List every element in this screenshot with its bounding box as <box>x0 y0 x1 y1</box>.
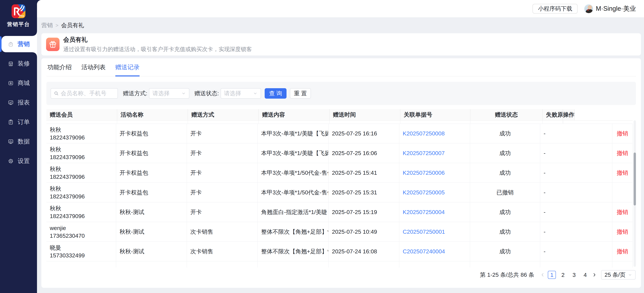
content-cell: 本甲3次-单项*1/美睫【飞扬款... <box>258 143 328 163</box>
tab[interactable]: 赠送记录 <box>115 63 140 76</box>
method-cell: 开卡 <box>187 124 258 143</box>
table-header-cell: 活动名称 <box>117 109 188 120</box>
order-link[interactable]: K202507250008 <box>403 130 445 137</box>
page-button[interactable]: 4 <box>581 271 589 279</box>
main-inner: 小程序码下载 M·Single·美业 营销 > 会员有礼 <box>37 0 644 293</box>
order-link[interactable]: K202507250006 <box>403 170 445 176</box>
content-cell: 整体不限次【角翘+足部】*1/... <box>258 242 328 261</box>
topbar: 小程序码下载 M·Single·美业 <box>37 0 644 17</box>
action-cell: 撤销 <box>612 163 633 182</box>
order-link[interactable]: C202507240004 <box>403 248 445 255</box>
method-cell: 开卡 <box>187 163 258 182</box>
brand-logo-icon: Pro <box>12 4 26 18</box>
method-filter-label: 赠送方式: <box>123 89 147 97</box>
breadcrumb-parent[interactable]: 营销 <box>41 21 53 29</box>
banner-description: 通过设置有吸引力的赠送活动，吸引客户开卡充值或购买次卡，实现深度锁客 <box>63 45 252 53</box>
sidebar-item-label: 订单 <box>18 118 30 126</box>
page-button[interactable]: 1 <box>548 271 556 279</box>
chevron-left-icon <box>540 272 545 278</box>
table-row: 秋秋 18224379096 秋秋-测试 开卡 角翘蛋白-指定激活*1/美睫【.… <box>46 202 633 222</box>
page-button[interactable]: 3 <box>570 271 578 279</box>
time-cell: 2025-07-25 16:06 <box>328 143 399 163</box>
member-name: 晓曼 <box>50 244 61 252</box>
member-phone: 18224379096 <box>50 134 85 141</box>
prev-page-button[interactable] <box>539 271 546 279</box>
table-body: 秋秋 18224379096 开卡权益包 开卡 本甲3次-单项*1/美睫【飞扬款… <box>46 121 636 268</box>
revoke-link[interactable]: 撤销 <box>617 248 628 255</box>
search-button[interactable]: 查 询 <box>265 88 286 99</box>
revoke-link[interactable]: 撤销 <box>617 130 628 137</box>
member-phone: 18224379096 <box>50 212 85 220</box>
username[interactable]: M·Single·美业 <box>596 4 636 13</box>
page-button[interactable]: 2 <box>559 271 567 279</box>
order-link[interactable]: K202507250004 <box>403 209 445 215</box>
sidebar-item[interactable]: 设置 <box>0 153 37 169</box>
page-buttons: 1234 <box>546 271 591 279</box>
fail-reason-cell: - <box>540 202 612 222</box>
table-row: 秋秋 18224379096 开卡权益包 开卡 本甲3次-单项*1/美睫【飞扬款… <box>46 124 633 143</box>
sidebar-item[interactable]: 数据 <box>0 133 37 150</box>
activity-cell: 开卡权益包 <box>116 163 187 182</box>
main-area: 小程序码下载 M·Single·美业 营销 > 会员有礼 <box>37 0 644 293</box>
page-size-select[interactable]: 25 条/页 <box>601 270 636 280</box>
action-cell: 撤销 <box>612 222 633 242</box>
main-card: 功能介绍活动列表赠送记录 会员名称、手机号 赠送方式: 请选择 <box>41 58 641 288</box>
method-select[interactable]: 请选择 <box>149 88 189 99</box>
member-cell: 秋秋 18224379096 <box>46 143 116 163</box>
miniprogram-download-button[interactable]: 小程序码下载 <box>532 4 578 13</box>
member-cell: 秋秋 18224379096 <box>46 202 116 222</box>
order-link[interactable]: C202507250001 <box>403 229 445 235</box>
chevron-down-icon <box>628 273 632 277</box>
time-cell <box>328 262 399 268</box>
breadcrumb-current: 会员有礼 <box>61 21 84 29</box>
search-placeholder: 会员名称、手机号 <box>61 89 106 97</box>
fail-reason-cell: - <box>540 242 612 261</box>
activity-cell <box>116 262 187 268</box>
table-scrollbar-thumb[interactable] <box>634 153 636 206</box>
activity-cell: 开卡权益包 <box>116 143 187 163</box>
action-cell: 撤销 <box>612 242 633 261</box>
sidebar-item[interactable]: 订单 <box>0 114 37 130</box>
mall-star-icon <box>8 80 14 86</box>
next-page-button[interactable] <box>591 271 598 279</box>
order-cell: K202507250005 <box>399 183 470 202</box>
content-cell: 整体不限次【角翘+足部】*1/... <box>258 222 328 242</box>
fail-reason-cell: - <box>540 222 612 242</box>
table-partial-row-top <box>46 121 633 124</box>
method-cell: 次卡销售 <box>187 222 258 242</box>
reset-button[interactable]: 重 置 <box>290 88 311 99</box>
avatar[interactable] <box>584 4 593 13</box>
settings-gear-icon <box>8 158 14 164</box>
fail-reason-cell <box>540 262 612 268</box>
sidebar-item-label: 数据 <box>18 137 30 146</box>
sidebar-item[interactable]: 报表 <box>0 94 37 111</box>
status-cell: 成功 <box>470 143 540 163</box>
revoke-link[interactable]: 撤销 <box>617 208 628 216</box>
data-bars-icon <box>8 138 14 145</box>
sidebar-item[interactable]: 装修 <box>0 55 37 72</box>
content-cell: 本甲3次-单项*1/50代金-售价... <box>258 183 328 202</box>
sidebar-item[interactable]: 营销 <box>2 36 37 52</box>
tab[interactable]: 活动列表 <box>82 63 106 76</box>
status-select[interactable]: 请选择 <box>220 88 261 99</box>
revoke-link[interactable]: 撤销 <box>617 228 628 236</box>
order-link[interactable]: K202507250005 <box>403 189 445 196</box>
member-cell: 秋秋 <box>46 262 116 268</box>
sidebar-item[interactable]: 商城 <box>0 75 37 91</box>
order-cell <box>399 262 470 268</box>
revoke-link[interactable]: 撤销 <box>617 169 628 177</box>
revoke-link[interactable]: 撤销 <box>617 149 628 157</box>
table-header-cell: 赠送会员 <box>46 109 117 120</box>
activity-cell: 秋秋-测试 <box>116 222 187 242</box>
tab[interactable]: 功能介绍 <box>48 63 72 76</box>
content-cell: 本甲3次-单项*1/50代金-售价... <box>258 163 328 182</box>
member-name: 秋秋 <box>50 205 61 212</box>
order-link[interactable]: K202507250007 <box>403 150 445 156</box>
order-cell: K202507250007 <box>399 143 470 163</box>
search-input[interactable]: 会员名称、手机号 <box>50 88 118 99</box>
storefront-icon <box>8 60 14 67</box>
chevron-down-icon <box>253 91 258 96</box>
activity-cell: 秋秋-测试 <box>116 202 187 222</box>
action-cell: 撤销 <box>612 124 633 143</box>
brand-name: 营销平台 <box>0 21 37 28</box>
